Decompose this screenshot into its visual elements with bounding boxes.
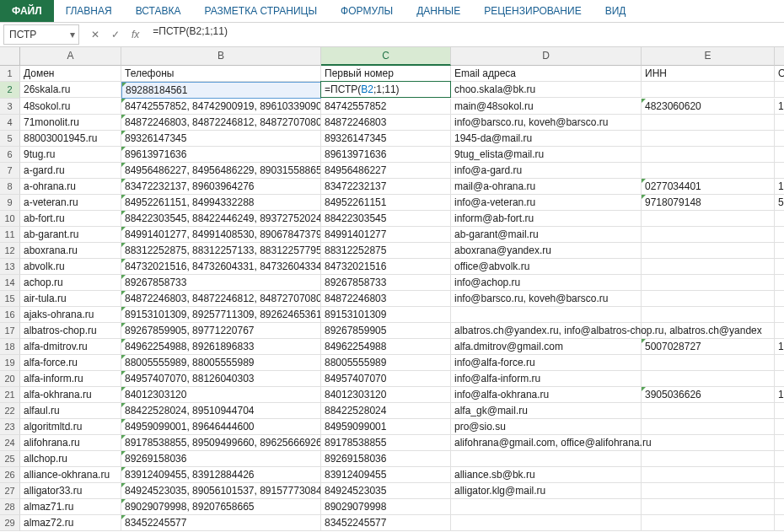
cell-inn[interactable]: 0277034401	[642, 179, 775, 195]
row-header[interactable]: 4	[0, 115, 20, 131]
cell-domain[interactable]: 48sokol.ru	[20, 99, 121, 115]
cell-extra[interactable]	[775, 355, 784, 371]
cell-phones[interactable]: 88005555989, 88005555989	[121, 355, 321, 371]
cell-phones[interactable]: 84924523035, 89056101537, 89157773084,	[121, 483, 321, 499]
cell-extra[interactable]	[775, 467, 784, 483]
cell-email[interactable]: 1945-da@mail.ru	[451, 131, 642, 147]
cell-email[interactable]: alfa_gk@mail.ru	[451, 403, 642, 419]
formula-bar-input[interactable]: =ПСТР(B2;1;11)	[148, 25, 784, 44]
cell-extra[interactable]: 114	[775, 99, 784, 115]
cell-inn[interactable]	[642, 403, 775, 419]
cell-extra[interactable]	[775, 419, 784, 435]
cell-phones[interactable]: 84872246803, 84872246812, 84872707080,	[121, 291, 321, 307]
cell-phones[interactable]: 84991401277, 84991408530, 89067847379	[121, 227, 321, 243]
cell-domain[interactable]: alfa-inform.ru	[20, 371, 121, 387]
cell-email[interactable]: alligator.klg@mail.ru	[451, 483, 642, 499]
cell-inn[interactable]	[642, 515, 775, 531]
cell-extra[interactable]	[775, 451, 784, 467]
cell-first-number[interactable]: 84952261151	[321, 195, 451, 211]
row-header[interactable]: 26	[0, 467, 20, 483]
cell-domain[interactable]: achop.ru	[20, 275, 121, 291]
cell-inn[interactable]	[642, 227, 775, 243]
cell-first-number[interactable]: 84959099001	[321, 419, 451, 435]
cell-email[interactable]: albatros.ch@yandex.ru, info@albatros-cho…	[451, 323, 642, 339]
cell-extra[interactable]	[775, 499, 784, 515]
cell-phones[interactable]: 83472232137, 89603964276	[121, 179, 321, 195]
cell-phones[interactable]: 84732021516, 84732604331, 84732604334	[121, 259, 321, 275]
cell-first-number[interactable]: 89267859905	[321, 323, 451, 339]
cell-inn[interactable]	[642, 451, 775, 467]
cell-extra[interactable]	[775, 371, 784, 387]
row-header[interactable]: 7	[0, 163, 20, 179]
cell-domain[interactable]: 26skala.ru	[20, 82, 121, 98]
cell-email[interactable]: info@alfa-force.ru	[451, 355, 642, 371]
cell-extra[interactable]	[775, 323, 784, 339]
cell-domain[interactable]: almaz71.ru	[20, 499, 121, 515]
cell-domain[interactable]: a-gard.ru	[20, 163, 121, 179]
cell-first-number[interactable]: 89267858733	[321, 275, 451, 291]
cell-inn[interactable]	[642, 499, 775, 515]
cell-phones[interactable]: 84962254988, 89261896833	[121, 339, 321, 355]
cell-phones[interactable]: 88422528024, 89510944704	[121, 403, 321, 419]
row-header[interactable]: 6	[0, 147, 20, 163]
col-header-e[interactable]: E	[642, 47, 775, 66]
cell-inn[interactable]	[642, 211, 775, 227]
row-header[interactable]: 17	[0, 323, 20, 339]
cell-first-number[interactable]: 88422528024	[321, 403, 451, 419]
row-header[interactable]: 2	[0, 82, 20, 99]
select-all-corner[interactable]	[0, 47, 20, 66]
cell-extra[interactable]	[775, 515, 784, 531]
cell-inn[interactable]	[642, 147, 775, 163]
cell-domain[interactable]: 71monolit.ru	[20, 115, 121, 131]
cell-inn[interactable]	[642, 435, 775, 451]
cell-inn[interactable]	[642, 243, 775, 259]
cell-extra[interactable]	[775, 131, 784, 147]
cell-email[interactable]: info@alfa-inform.ru	[451, 371, 642, 387]
cell-email[interactable]	[451, 307, 642, 323]
cell-domain[interactable]: 9tug.ru	[20, 147, 121, 163]
tab-review[interactable]: РЕЦЕНЗИРОВАНИЕ	[472, 0, 593, 22]
col-header-b[interactable]: B	[121, 47, 321, 66]
cell-phones[interactable]: 89288184561	[121, 82, 321, 99]
tab-home[interactable]: ГЛАВНАЯ	[54, 0, 124, 22]
cell-editor[interactable]: =ПСТР(B2;1;11)	[320, 81, 451, 98]
cell-extra[interactable]	[775, 259, 784, 275]
cell-inn[interactable]: 3905036626	[642, 387, 775, 403]
cell-phones[interactable]: 89029079998, 89207658665	[121, 499, 321, 515]
cell-first-number[interactable]: 84872246803	[321, 115, 451, 131]
cell-domain[interactable]: allchop.ru	[20, 451, 121, 467]
cell-inn[interactable]	[642, 115, 775, 131]
cell-email[interactable]: info@barsco.ru, koveh@barsco.ru	[451, 115, 642, 131]
row-header[interactable]: 12	[0, 243, 20, 259]
row-header[interactable]: 1	[0, 66, 20, 82]
cell-domain[interactable]: albatros-chop.ru	[20, 323, 121, 339]
cell-inn[interactable]: 4823060620	[642, 99, 775, 115]
cell-phones[interactable]: 84952261151, 84994332288	[121, 195, 321, 211]
row-header[interactable]: 5	[0, 131, 20, 147]
row-header[interactable]: 13	[0, 259, 20, 275]
cell-inn[interactable]	[642, 307, 775, 323]
cell-phones[interactable]: 84957407070, 88126040303	[121, 371, 321, 387]
row-header[interactable]: 18	[0, 339, 20, 355]
cell-domain[interactable]: air-tula.ru	[20, 291, 121, 307]
cell-email[interactable]: alliance.sb@bk.ru	[451, 467, 642, 483]
tab-view[interactable]: ВИД	[593, 0, 638, 22]
cell-email[interactable]: info@a-gard.ru	[451, 163, 642, 179]
cell-domain[interactable]: almaz72.ru	[20, 515, 121, 531]
cell-extra[interactable]	[775, 227, 784, 243]
chevron-down-icon[interactable]: ▾	[67, 29, 78, 40]
cell-phones[interactable]: 89267859905, 89771220767	[121, 323, 321, 339]
cell-extra[interactable]: 102	[775, 387, 784, 403]
tab-file[interactable]: ФАЙЛ	[0, 0, 54, 22]
cell-inn[interactable]	[642, 259, 775, 275]
spreadsheet-grid[interactable]: A B C D E 1 Домен Телефоны Первый номер …	[0, 47, 784, 531]
cell-email[interactable]	[451, 499, 642, 515]
cell-domain[interactable]: a-veteran.ru	[20, 195, 121, 211]
row-header[interactable]: 9	[0, 195, 20, 211]
cell-phones[interactable]: 84742557852, 84742900919, 89610339090	[121, 99, 321, 115]
cell-first-number[interactable]: 83452245577	[321, 515, 451, 531]
cell-domain[interactable]: 88003001945.ru	[20, 131, 121, 147]
cell-e1[interactable]: ИНН	[642, 66, 775, 82]
cell-extra[interactable]	[775, 147, 784, 163]
cancel-icon[interactable]: ✕	[91, 29, 99, 40]
